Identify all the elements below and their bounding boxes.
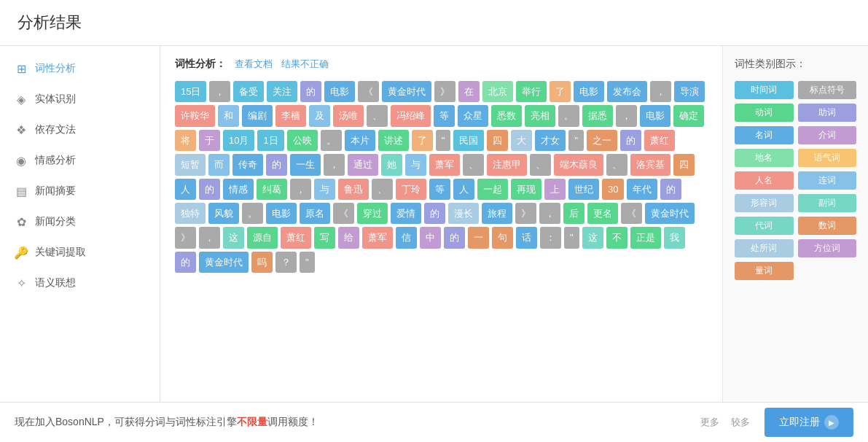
word-tag: 的 <box>424 203 445 224</box>
word-tag: 这 <box>223 227 244 248</box>
word-tag: 关注 <box>267 81 297 102</box>
word-tag: 编剧 <box>242 105 273 126</box>
word-tag: 鲁迅 <box>338 179 369 200</box>
word-tag: 备受 <box>233 81 264 102</box>
word-tag: 电影 <box>266 203 297 224</box>
semantic-icon: ✧ <box>15 276 28 290</box>
word-tag: 一生 <box>290 154 321 175</box>
word-tag: 导演 <box>674 81 705 102</box>
word-tag: 民国 <box>453 130 484 151</box>
sidebar-item-summary[interactable]: ▤ 新闻摘要 <box>0 176 160 206</box>
word-tag: 讲述 <box>378 130 409 151</box>
word-tag: ， <box>539 203 560 224</box>
word-tag: 更名 <box>587 203 618 224</box>
legend-item-助词: 助词 <box>798 104 857 122</box>
word-tag: 四 <box>673 154 695 175</box>
word-tag: 才女 <box>535 130 566 151</box>
word-tag: 话 <box>516 227 537 248</box>
word-tag: 15日 <box>175 81 206 102</box>
word-tag: 漫长 <box>448 203 479 224</box>
word-tag: 不 <box>606 227 627 248</box>
word-tag: 风貌 <box>208 203 239 224</box>
legend-item-代词: 代词 <box>735 217 794 235</box>
word-tag: 将 <box>175 130 196 151</box>
word-tag: 萧军 <box>429 154 460 175</box>
word-tag: 与 <box>314 179 335 200</box>
word-tag: ， <box>290 179 311 200</box>
word-tag: 短暂 <box>175 154 206 175</box>
ner-icon: ◈ <box>15 93 28 106</box>
sidebar-item-ner[interactable]: ◈ 实体识别 <box>0 84 160 115</box>
word-tag: 《 <box>621 203 642 224</box>
sidebar-item-keyword[interactable]: 🔑 关键词提取 <box>0 237 160 268</box>
word-tag: 四 <box>487 130 508 151</box>
word-tag: 许鞍华 <box>175 105 215 126</box>
word-tag: 情感 <box>223 179 254 200</box>
word-tag: 、 <box>463 154 484 175</box>
word-tag: 了 <box>550 81 571 102</box>
word-tag: 人 <box>453 179 474 200</box>
keyword-icon: 🔑 <box>15 246 28 259</box>
word-tag: 。 <box>321 130 342 151</box>
sidebar-label-ner: 实体识别 <box>35 93 76 106</box>
legend-item-地名: 地名 <box>735 149 794 167</box>
word-tag: 萧红 <box>281 227 311 248</box>
sidebar: ⊞ 词性分析 ◈ 实体识别 ❖ 依存文法 ◉ 情感分析 ▤ 新闻摘要 ✿ 新闻分… <box>0 46 160 404</box>
wrong-result-link[interactable]: 结果不正确 <box>281 58 329 71</box>
sidebar-label-classify: 新闻分类 <box>35 215 76 228</box>
word-tag: 及 <box>309 105 330 126</box>
word-tag: 注惠甲 <box>487 154 527 175</box>
word-tag: 举行 <box>516 81 547 102</box>
word-tag: ， <box>199 227 220 248</box>
word-tag: 再现 <box>511 179 541 200</box>
word-tag: 、 <box>530 154 551 175</box>
word-tag: 等 <box>434 105 455 126</box>
view-doc-link[interactable]: 查看文档 <box>235 58 273 71</box>
word-tag: 的 <box>199 179 220 200</box>
page-title: 分析结果 <box>17 12 851 34</box>
word-tag: 据悉 <box>582 105 613 126</box>
sidebar-item-classify[interactable]: ✿ 新闻分类 <box>0 206 160 237</box>
word-tag: 》 <box>515 203 536 224</box>
word-tag: 这 <box>582 227 603 248</box>
word-tag: 大 <box>511 130 532 151</box>
sidebar-item-pos[interactable]: ⊞ 词性分析 <box>0 53 160 84</box>
word-tag: 的 <box>620 130 641 151</box>
legend-item-数词: 数词 <box>798 217 857 235</box>
word-tag: 一 <box>468 227 489 248</box>
sidebar-label-summary: 新闻摘要 <box>35 185 76 198</box>
sidebar-item-dep[interactable]: ❖ 依存文法 <box>0 115 160 145</box>
word-tag: 吗 <box>251 252 273 273</box>
word-tag: 她 <box>381 154 402 175</box>
word-tag: ， <box>616 105 637 126</box>
word-tag: 发布会 <box>607 81 647 102</box>
word-tag: 独特 <box>175 203 206 224</box>
word-tag: 《 <box>358 81 379 102</box>
word-tag: 上 <box>544 179 566 200</box>
sidebar-item-semantic[interactable]: ✧ 语义联想 <box>0 268 160 298</box>
word-tag: 端木蕻良 <box>554 154 603 175</box>
sidebar-label-pos: 词性分析 <box>35 62 76 75</box>
word-tag: 黄金时代 <box>199 252 249 273</box>
word-tag: 、 <box>372 179 393 200</box>
word-tag: 30 <box>602 179 624 200</box>
word-tag: " <box>436 130 451 151</box>
word-tag: 汤唯 <box>333 105 364 126</box>
word-tag: 等 <box>429 179 450 200</box>
word-tag: " <box>300 252 315 273</box>
word-tag: 纠葛 <box>257 179 287 200</box>
sidebar-item-sentiment[interactable]: ◉ 情感分析 <box>0 145 160 176</box>
word-tag: 了 <box>412 130 433 151</box>
word-tag: 中 <box>420 227 441 248</box>
word-tag: ？ <box>275 252 297 273</box>
legend-item-副词: 副词 <box>798 194 857 212</box>
word-tag: ： <box>540 227 561 248</box>
word-tag: 北京 <box>482 81 513 102</box>
summary-icon: ▤ <box>15 185 28 198</box>
legend-item-量词: 量词 <box>735 262 794 280</box>
word-tag: 的 <box>300 81 321 102</box>
word-tag: 后 <box>563 203 584 224</box>
sidebar-label-dep: 依存文法 <box>35 123 76 136</box>
word-tag: ， <box>650 81 671 102</box>
word-tag: 悉数 <box>491 105 522 126</box>
